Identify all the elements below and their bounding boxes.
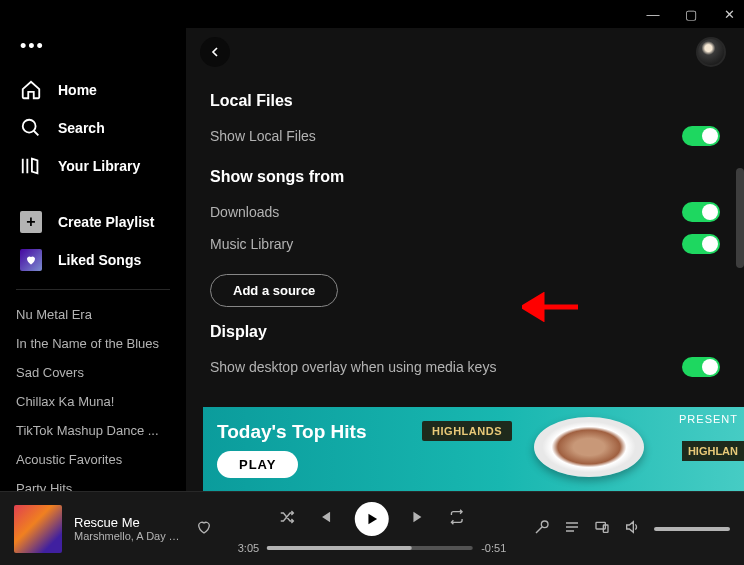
- heart-icon: [20, 249, 42, 271]
- like-button[interactable]: [196, 519, 212, 539]
- setting-label: Music Library: [210, 236, 293, 252]
- add-a-source-button[interactable]: Add a source: [210, 274, 338, 307]
- ad-banner[interactable]: Today's Top Hits PLAY HIGHLANDS PRESENT …: [203, 407, 744, 491]
- back-button[interactable]: [200, 37, 230, 67]
- progress-track[interactable]: [267, 546, 473, 550]
- next-button[interactable]: [411, 509, 427, 529]
- app-menu-button[interactable]: •••: [0, 28, 186, 71]
- section-title-local-files: Local Files: [210, 92, 720, 110]
- liked-songs-label: Liked Songs: [58, 252, 141, 268]
- settings-panel: Local Files Show Local Files Show songs …: [186, 72, 744, 383]
- ad-brand-logo-2: HIGHLAN: [682, 441, 744, 461]
- sidebar-divider: [16, 289, 170, 290]
- toggle-music-library[interactable]: [682, 234, 720, 254]
- create-playlist-label: Create Playlist: [58, 214, 155, 230]
- ad-title: Today's Top Hits: [217, 421, 367, 443]
- queue-icon: [564, 519, 580, 535]
- window-minimize-button[interactable]: —: [646, 7, 660, 22]
- toggle-desktop-overlay[interactable]: [682, 357, 720, 377]
- setting-row-downloads: Downloads: [210, 196, 720, 228]
- setting-row-show-local-files: Show Local Files: [210, 120, 720, 152]
- window-close-button[interactable]: ✕: [722, 7, 736, 22]
- nav-label: Search: [58, 120, 105, 136]
- playlist-item[interactable]: Sad Covers: [16, 358, 170, 387]
- plus-icon: +: [20, 211, 42, 233]
- playlist-item[interactable]: In the Name of the Blues: [16, 329, 170, 358]
- nav-label: Your Library: [58, 158, 140, 174]
- section-title-show-songs-from: Show songs from: [210, 168, 720, 186]
- ad-present-label: PRESENT: [679, 413, 738, 425]
- user-avatar[interactable]: [696, 37, 726, 67]
- now-playing-title[interactable]: Rescue Me: [74, 515, 184, 530]
- home-icon: [20, 79, 42, 101]
- playlist-item[interactable]: Chillax Ka Muna!: [16, 387, 170, 416]
- setting-label: Show desktop overlay when using media ke…: [210, 359, 496, 375]
- toggle-show-local-files[interactable]: [682, 126, 720, 146]
- skip-back-icon: [317, 509, 333, 525]
- search-icon: [20, 117, 42, 139]
- svg-point-1: [541, 521, 548, 528]
- setting-row-music-library: Music Library: [210, 228, 720, 260]
- playlist-item[interactable]: Acoustic Favorites: [16, 445, 170, 474]
- chevron-left-icon: [207, 44, 223, 60]
- playlist-item[interactable]: TikTok Mashup Dance ...: [16, 416, 170, 445]
- lyrics-button[interactable]: [534, 519, 550, 539]
- play-button[interactable]: [355, 502, 389, 536]
- shuffle-icon: [279, 509, 295, 525]
- liked-songs-button[interactable]: Liked Songs: [8, 241, 178, 279]
- repeat-button[interactable]: [449, 509, 465, 529]
- scrollbar-thumb[interactable]: [736, 168, 744, 268]
- ad-play-button[interactable]: PLAY: [217, 451, 298, 478]
- window-titlebar: — ▢ ✕: [0, 0, 744, 28]
- setting-label: Downloads: [210, 204, 279, 220]
- time-remaining: -0:51: [481, 542, 506, 554]
- nav-home[interactable]: Home: [8, 71, 178, 109]
- nav-library[interactable]: Your Library: [8, 147, 178, 185]
- setting-label: Show Local Files: [210, 128, 316, 144]
- mic-icon: [534, 519, 550, 535]
- player-bar: Rescue Me Marshmello, A Day To Re 3:05 -…: [0, 491, 744, 565]
- devices-button[interactable]: [594, 519, 610, 539]
- volume-slider[interactable]: [654, 527, 730, 531]
- heart-icon: [196, 519, 212, 535]
- create-playlist-button[interactable]: + Create Playlist: [8, 203, 178, 241]
- volume-icon: [624, 519, 640, 535]
- now-playing-art[interactable]: [14, 505, 62, 553]
- devices-icon: [594, 519, 610, 535]
- nav-label: Home: [58, 82, 97, 98]
- svg-point-0: [23, 120, 36, 133]
- progress-bar: 3:05 -0:51: [238, 542, 507, 554]
- time-elapsed: 3:05: [238, 542, 259, 554]
- sidebar: ••• Home Search Your Library + Create: [0, 28, 186, 565]
- toggle-downloads[interactable]: [682, 202, 720, 222]
- play-icon: [364, 511, 380, 527]
- shuffle-button[interactable]: [279, 509, 295, 529]
- queue-button[interactable]: [564, 519, 580, 539]
- skip-forward-icon: [411, 509, 427, 525]
- window-maximize-button[interactable]: ▢: [684, 7, 698, 22]
- playlist-item[interactable]: Nu Metal Era: [16, 300, 170, 329]
- repeat-icon: [449, 509, 465, 525]
- section-title-display: Display: [210, 323, 720, 341]
- library-icon: [20, 155, 42, 177]
- ad-image: [534, 417, 644, 477]
- volume-button[interactable]: [624, 519, 640, 539]
- previous-button[interactable]: [317, 509, 333, 529]
- nav-search[interactable]: Search: [8, 109, 178, 147]
- now-playing-artist[interactable]: Marshmello, A Day To Re: [74, 530, 184, 542]
- ad-brand-logo: HIGHLANDS: [422, 421, 512, 441]
- now-playing-info: Rescue Me Marshmello, A Day To Re: [74, 515, 184, 542]
- setting-row-desktop-overlay: Show desktop overlay when using media ke…: [210, 351, 720, 383]
